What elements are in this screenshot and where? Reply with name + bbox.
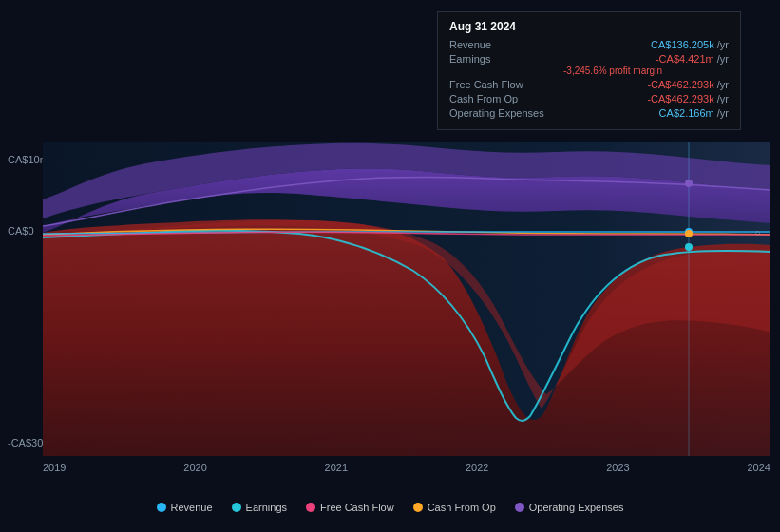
legend-dot-revenue <box>157 503 166 512</box>
x-label-2021: 2021 <box>325 462 348 473</box>
x-axis: 2019 2020 2021 2022 2023 2024 <box>43 462 770 473</box>
x-label-2022: 2022 <box>466 462 488 473</box>
x-label-2024: 2024 <box>747 462 770 473</box>
legend-label-earnings: Earnings <box>246 502 287 513</box>
tooltip-label-earnings: Earnings <box>449 53 563 65</box>
tooltip-label-opex: Operating Expenses <box>449 107 563 119</box>
legend-dot-fcf <box>306 503 315 512</box>
y-label-zero: CA$0 <box>8 225 34 237</box>
tooltip-label-fcf: Free Cash Flow <box>449 79 563 90</box>
chart-svg-area: ○ <box>43 142 770 456</box>
tooltip-label-revenue: Revenue <box>449 39 563 50</box>
tooltip-value-opex: CA$2.166m /yr <box>659 107 729 119</box>
legend-item-fcf: Free Cash Flow <box>306 502 394 513</box>
tooltip-value-earnings: -CA$4.421m /yr <box>656 53 729 65</box>
tooltip-value-revenue: CA$136.205k /yr <box>651 39 729 50</box>
legend-dot-opex <box>515 503 524 512</box>
legend-item-cashop: Cash From Op <box>413 502 496 513</box>
tooltip-box: Aug 31 2024 Revenue CA$136.205k /yr Earn… <box>437 11 741 130</box>
legend-dot-cashop <box>413 503 423 512</box>
tooltip-row-opex: Operating Expenses CA$2.166m /yr <box>449 107 729 119</box>
x-label-2020: 2020 <box>183 462 206 473</box>
legend-label-fcf: Free Cash Flow <box>320 502 394 513</box>
tooltip-row-cashop: Cash From Op -CA$462.293k /yr <box>449 93 729 104</box>
legend: Revenue Earnings Free Cash Flow Cash Fro… <box>0 502 780 513</box>
legend-item-earnings: Earnings <box>232 502 287 513</box>
svg-point-4 <box>685 230 693 238</box>
legend-item-revenue: Revenue <box>157 502 213 513</box>
svg-point-5 <box>685 243 693 251</box>
legend-label-cashop: Cash From Op <box>428 502 496 513</box>
legend-label-opex: Operating Expenses <box>529 502 624 513</box>
tooltip-value-cashop: -CA$462.293k /yr <box>647 93 729 104</box>
tooltip-row-fcf: Free Cash Flow -CA$462.293k /yr <box>449 79 729 90</box>
legend-item-opex: Operating Expenses <box>515 502 624 513</box>
x-label-2019: 2019 <box>43 462 66 473</box>
x-label-2023: 2023 <box>606 462 629 473</box>
tooltip-label-cashop: Cash From Op <box>449 93 563 104</box>
svg-text:○: ○ <box>755 228 760 238</box>
tooltip-value-fcf: -CA$462.293k /yr <box>647 79 729 90</box>
tooltip-row-revenue: Revenue CA$136.205k /yr <box>449 39 729 50</box>
legend-label-revenue: Revenue <box>171 502 213 513</box>
tooltip-sub-earnings: -3,245.6% profit margin <box>449 66 729 76</box>
legend-dot-earnings <box>232 503 241 512</box>
chart-svg: ○ <box>43 142 770 456</box>
tooltip-date: Aug 31 2024 <box>449 20 729 33</box>
tooltip-row-earnings: Earnings -CA$4.421m /yr <box>449 53 729 65</box>
chart-container: Aug 31 2024 Revenue CA$136.205k /yr Earn… <box>0 0 780 532</box>
svg-point-6 <box>685 180 693 187</box>
